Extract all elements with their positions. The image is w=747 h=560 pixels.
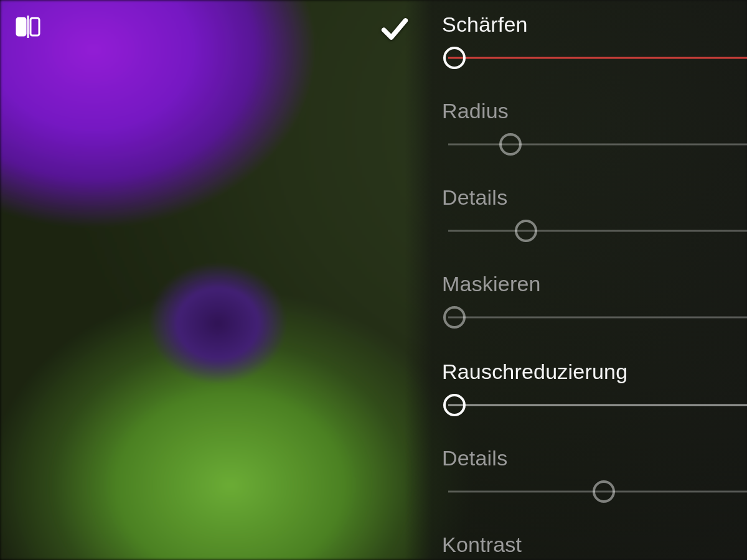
svg-rect-1 [31,18,39,35]
accept-button[interactable] [376,11,413,49]
slider-label-detail-noise: Details [442,446,747,470]
slider-track [448,404,747,406]
slider-sharpen[interactable]: Schärfen [442,12,747,67]
slider-track [448,230,747,232]
slider-accent [448,57,747,59]
slider-noise-reduction[interactable]: Rauschreduzierung [442,360,747,414]
slider-radius[interactable]: Radius [442,99,747,153]
slider-masking[interactable]: Maskieren [442,272,747,326]
slider-label-detail: Details [442,185,747,210]
slider-label-sharpen: Schärfen [442,12,747,37]
checkmark-icon [378,12,411,47]
compare-before-after-button[interactable] [11,11,45,45]
slider-label-contrast: Kontrast [442,533,747,557]
slider-track [448,144,747,146]
slider-detail-noise[interactable]: Details [442,446,747,500]
slider-detail-sharpen[interactable]: Details [442,185,747,240]
slider-track [448,317,747,319]
slider-label-noise: Rauschreduzierung [442,360,747,384]
slider-thumb-noise[interactable] [443,394,466,416]
slider-contrast-noise[interactable]: Kontrast [442,533,747,560]
detail-panel: Schärfen Radius Details Maskieren [442,12,747,560]
slider-label-radius: Radius [442,99,747,123]
slider-thumb-radius[interactable] [499,133,522,156]
slider-thumb-detail-noise[interactable] [593,480,615,503]
slider-label-masking: Maskieren [442,272,747,296]
compare-icon [13,12,43,44]
slider-thumb-sharpen[interactable] [443,47,466,69]
slider-thumb-detail[interactable] [515,220,537,242]
svg-rect-0 [17,18,26,35]
slider-thumb-masking[interactable] [443,306,466,329]
